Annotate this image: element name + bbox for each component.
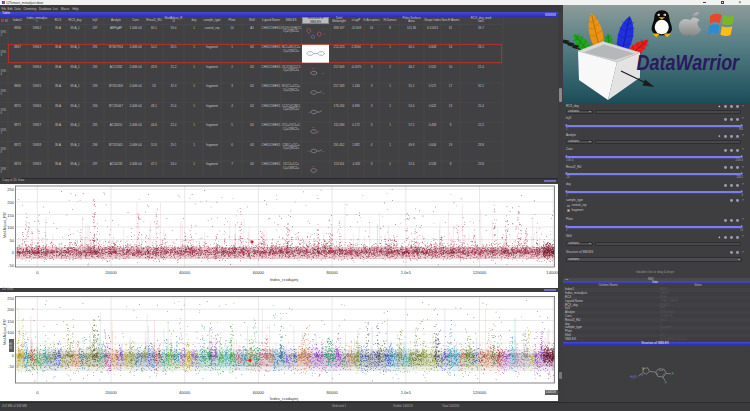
svg-text:H2N: H2N [630,375,637,380]
svg-text:N: N [641,373,644,377]
svg-text:F: F [672,372,674,376]
svg-text:F: F [665,381,667,385]
